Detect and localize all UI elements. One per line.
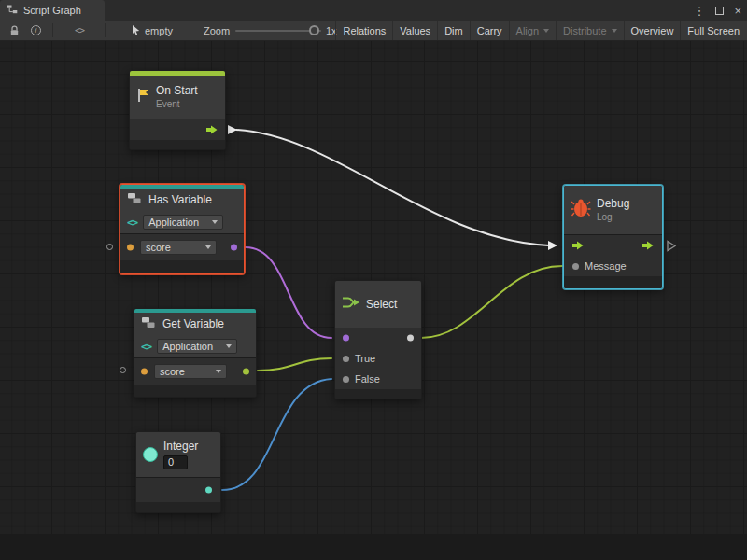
true-port-label: True [355, 353, 375, 364]
variable-value: score [160, 366, 185, 377]
condition-input-port[interactable] [343, 335, 349, 342]
wire-onstart-to-debuglog[interactable] [236, 130, 549, 245]
align-dropdown-button[interactable]: Align [509, 21, 556, 40]
distribute-dropdown-button[interactable]: Distribute [556, 21, 623, 40]
align-label: Align [516, 25, 539, 36]
bug-icon [571, 199, 591, 221]
integer-value-input[interactable]: 0 [163, 455, 188, 469]
toolbar-button-group: Relations Values Dim Carry Align Distrib… [335, 21, 746, 40]
node-title: Select [366, 298, 397, 311]
node-title: Get Variable [162, 317, 224, 330]
node-has-variable[interactable]: Has Variable <> Application score [120, 184, 245, 274]
value-output-port[interactable] [243, 369, 249, 375]
message-input-port[interactable] [572, 263, 579, 270]
code-view-icon[interactable]: <> [75, 21, 84, 40]
flow-wire-end-arrow [548, 241, 557, 250]
node-subtitle: Log [597, 212, 629, 223]
result-output-port[interactable] [407, 335, 414, 342]
flow-output-port[interactable] [642, 241, 654, 250]
scope-value: Application [148, 217, 199, 228]
titlebar: Script Graph ⋮ × [0, 0, 747, 21]
scope-icon: <> [127, 217, 137, 229]
variable-name-input-port[interactable] [141, 369, 148, 375]
graph-icon [7, 5, 18, 16]
true-input-port[interactable] [343, 356, 349, 362]
wire-hasvariable-to-select-condition[interactable] [246, 247, 331, 338]
selection-cursor-icon [132, 21, 141, 40]
node-title: Has Variable [148, 193, 212, 206]
node-footer [134, 385, 256, 397]
variables-icon [127, 191, 143, 208]
relations-button[interactable]: Relations [335, 21, 392, 40]
overview-button[interactable]: Overview [624, 21, 681, 40]
node-footer [335, 389, 421, 399]
variable-dropdown[interactable]: score [140, 240, 217, 255]
variables-icon [141, 315, 157, 332]
scope-dropdown[interactable]: Application [143, 215, 223, 230]
node-select[interactable]: Select True False [334, 280, 422, 399]
integer-output-port[interactable] [205, 487, 212, 494]
node-footer [564, 276, 662, 288]
integer-type-icon [143, 447, 158, 462]
selection-label: empty [145, 21, 173, 40]
message-port-label: Message [585, 260, 627, 272]
graph-toolbar: i <> empty Zoom 1x Relations Values Dim … [0, 21, 747, 41]
info-icon[interactable]: i [31, 21, 41, 40]
flag-icon [136, 88, 150, 106]
variable-name-input-port[interactable] [127, 245, 134, 251]
wire-select-to-debuglog-message[interactable] [421, 266, 562, 338]
bool-output-port[interactable] [231, 245, 237, 251]
scope-icon: <> [141, 341, 151, 353]
node-subtitle: Event [156, 99, 198, 110]
lock-icon[interactable] [9, 21, 20, 40]
values-button[interactable]: Values [392, 21, 437, 40]
false-input-port[interactable] [343, 376, 349, 383]
tab-script-graph[interactable]: Script Graph [0, 0, 105, 21]
zoom-slider-knob[interactable] [309, 25, 319, 35]
dim-button[interactable]: Dim [437, 21, 470, 40]
node-on-start[interactable]: On Start Event [129, 70, 226, 150]
node-title: On Start [156, 84, 198, 97]
window-controls: ⋮ × [693, 0, 741, 21]
node-footer [120, 260, 244, 273]
unconnected-flow-socket[interactable] [666, 239, 677, 256]
scope-value: Application [162, 341, 213, 352]
canvas-edge-shade [0, 534, 747, 560]
variable-dropdown[interactable]: score [154, 364, 227, 379]
node-integer[interactable]: Integer 0 [135, 431, 221, 513]
tab-title: Script Graph [23, 5, 81, 16]
carry-button[interactable]: Carry [470, 21, 509, 40]
menu-icon[interactable]: ⋮ [693, 5, 705, 17]
flow-output-port[interactable] [206, 125, 218, 134]
flow-input-port[interactable] [572, 241, 584, 250]
close-icon[interactable]: × [734, 5, 741, 17]
variable-value: score [146, 242, 171, 253]
unity-editor-window: Script Graph ⋮ × i <> empty Zoom [0, 0, 747, 560]
chevron-down-icon [226, 344, 232, 348]
scope-dropdown[interactable]: Application [157, 339, 237, 354]
toolbar-separator [52, 23, 53, 37]
node-footer [130, 140, 225, 149]
chevron-down-icon [205, 245, 211, 249]
wire-getvariable-to-select-true[interactable] [258, 358, 331, 371]
node-title: Integer [163, 440, 198, 453]
unconnected-input-socket[interactable] [120, 367, 126, 373]
full-screen-button[interactable]: Full Screen [680, 21, 746, 40]
node-title: Debug [597, 197, 629, 210]
toolbar-separator [105, 23, 106, 37]
maximize-icon[interactable] [715, 7, 724, 15]
zoom-label: Zoom [204, 21, 230, 40]
graph-canvas[interactable]: On Start Event [0, 41, 747, 560]
false-port-label: False [355, 373, 380, 385]
node-debug-log[interactable]: Debug Log Message [563, 185, 663, 289]
distribute-label: Distribute [563, 25, 606, 36]
unconnected-input-socket[interactable] [106, 244, 113, 250]
chevron-down-icon [543, 29, 549, 33]
chevron-down-icon [216, 370, 221, 373]
node-get-variable[interactable]: Get Variable <> Application score [134, 308, 257, 398]
flow-wire-start-cap [228, 125, 237, 134]
select-icon [342, 295, 360, 314]
chevron-down-icon [212, 220, 218, 224]
node-footer [136, 502, 220, 512]
chevron-down-icon [612, 29, 617, 33]
